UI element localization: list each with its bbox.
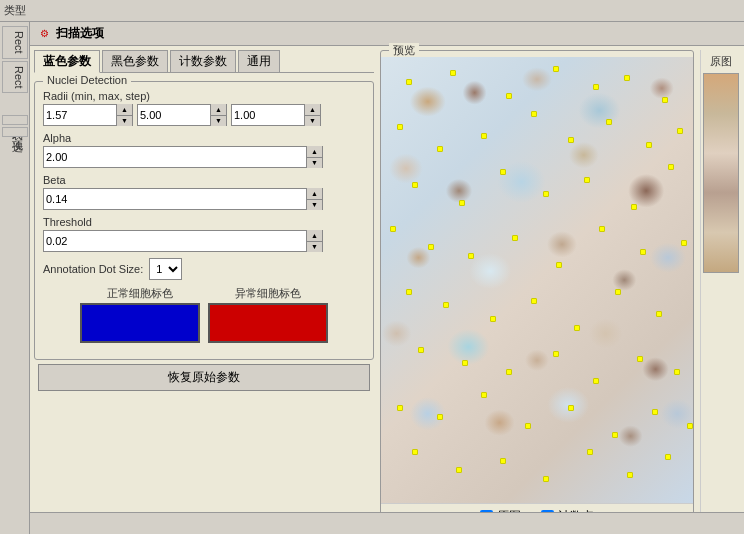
beta-spinbox[interactable]: ▲ ▼: [43, 188, 323, 210]
normal-color-button[interactable]: [80, 303, 200, 343]
count-dot: [481, 392, 487, 398]
count-dot: [490, 316, 496, 322]
count-dot: [656, 311, 662, 317]
count-dot: [587, 449, 593, 455]
threshold-input[interactable]: [44, 235, 306, 247]
annotation-select[interactable]: 1 2 3 4: [149, 258, 182, 280]
sidebar-item-list[interactable]: 列表: [2, 115, 28, 125]
dialog-title: 扫描选项: [56, 25, 104, 42]
count-dot: [646, 142, 652, 148]
alpha-row: Alpha ▲ ▼: [43, 132, 365, 168]
count-dot: [681, 240, 687, 246]
count-dot: [531, 111, 537, 117]
sidebar-item-rect-2[interactable]: Rect: [2, 61, 28, 94]
normal-color-label: 正常细胞标色: [107, 286, 173, 301]
alpha-spinbox[interactable]: ▲ ▼: [43, 146, 323, 168]
abnormal-color-group: 异常细胞标色: [208, 286, 328, 343]
radii-max-buttons: ▲ ▼: [210, 104, 226, 126]
radii-step-buttons: ▲ ▼: [304, 104, 320, 126]
count-dot: [418, 347, 424, 353]
count-dot: [397, 405, 403, 411]
histology-background: [381, 57, 693, 503]
alpha-label: Alpha: [43, 132, 365, 144]
count-dot: [612, 432, 618, 438]
radii-max-input[interactable]: [138, 109, 210, 121]
count-dot: [468, 253, 474, 259]
beta-down[interactable]: ▼: [307, 200, 322, 211]
dialog-content: 蓝色参数 黑色参数 计数参数 通用 Nuclei Detection Radii…: [30, 46, 744, 534]
group-title: Nuclei Detection: [43, 74, 131, 86]
threshold-down[interactable]: ▼: [307, 242, 322, 253]
tab-blue[interactable]: 蓝色参数: [34, 50, 100, 73]
beta-up[interactable]: ▲: [307, 188, 322, 200]
reset-button[interactable]: 恢复原始参数: [38, 364, 370, 391]
count-dot: [506, 93, 512, 99]
beta-input[interactable]: [44, 193, 306, 205]
count-dot: [553, 351, 559, 357]
count-dot: [553, 66, 559, 72]
count-dot: [443, 302, 449, 308]
radii-min-input[interactable]: [44, 109, 116, 121]
count-dot: [543, 191, 549, 197]
color-buttons-row: 正常细胞标色 异常细胞标色: [43, 286, 365, 343]
abnormal-color-label: 异常细胞标色: [235, 286, 301, 301]
threshold-spinbox[interactable]: ▲ ▼: [43, 230, 323, 252]
radii-min-spinbox[interactable]: ▲ ▼: [43, 104, 133, 126]
left-panel: 蓝色参数 黑色参数 计数参数 通用 Nuclei Detection Radii…: [34, 50, 374, 530]
radii-max-up[interactable]: ▲: [211, 104, 226, 116]
beta-row: Beta ▲ ▼: [43, 174, 365, 210]
count-dot: [543, 476, 549, 482]
annotation-row: Annotation Dot Size: 1 2 3 4: [43, 258, 365, 280]
radii-step-input[interactable]: [232, 109, 304, 121]
status-bar: [30, 512, 744, 534]
count-dot: [568, 405, 574, 411]
dialog-icon: ⚙: [36, 26, 52, 42]
count-dot: [606, 119, 612, 125]
radii-min-buttons: ▲ ▼: [116, 104, 132, 126]
dialog-title-bar: ⚙ 扫描选项: [30, 22, 744, 46]
count-dot: [640, 249, 646, 255]
tab-general[interactable]: 通用: [238, 50, 280, 72]
radii-max-down[interactable]: ▼: [211, 116, 226, 127]
count-dot: [437, 414, 443, 420]
nuclei-detection-group: Nuclei Detection Radii (min, max, step) …: [34, 81, 374, 360]
beta-label: Beta: [43, 174, 365, 186]
radii-min-down[interactable]: ▼: [117, 116, 132, 127]
radii-step-up[interactable]: ▲: [305, 104, 320, 116]
count-dot: [412, 182, 418, 188]
far-right-panel: 原图: [700, 50, 740, 530]
radii-max-spinbox[interactable]: ▲ ▼: [137, 104, 227, 126]
radii-step-down[interactable]: ▼: [305, 116, 320, 127]
top-bar: 类型: [0, 0, 744, 22]
radii-step-spinbox[interactable]: ▲ ▼: [231, 104, 321, 126]
count-dot: [506, 369, 512, 375]
alpha-input[interactable]: [44, 151, 306, 163]
radii-min-up[interactable]: ▲: [117, 104, 132, 116]
threshold-label: Threshold: [43, 216, 365, 228]
count-dot: [406, 289, 412, 295]
normal-color-group: 正常细胞标色: [80, 286, 200, 343]
sidebar-item-options[interactable]: 选项: [2, 127, 28, 137]
alpha-up[interactable]: ▲: [307, 146, 322, 158]
alpha-down[interactable]: ▼: [307, 158, 322, 169]
count-dot: [412, 449, 418, 455]
abnormal-color-button[interactable]: [208, 303, 328, 343]
count-dot: [662, 97, 668, 103]
threshold-row: Threshold ▲ ▼: [43, 216, 365, 252]
original-image-label: 原图: [710, 54, 732, 69]
count-dot: [406, 79, 412, 85]
count-dot: [627, 472, 633, 478]
count-dot: [584, 177, 590, 183]
tab-count[interactable]: 计数参数: [170, 50, 236, 72]
count-dot: [593, 84, 599, 90]
count-dot: [568, 137, 574, 143]
count-dot: [687, 423, 693, 429]
tab-black[interactable]: 黑色参数: [102, 50, 168, 72]
main-layout: Rect Rect 列表 选项 ⚙ 扫描选项 蓝色参数 黑色参数 计数参数 通用: [0, 22, 744, 534]
count-dot: [390, 226, 396, 232]
radii-inputs: ▲ ▼ ▲ ▼: [43, 104, 365, 126]
threshold-buttons: ▲ ▼: [306, 230, 322, 252]
count-dot: [456, 467, 462, 473]
sidebar-item-rect-1[interactable]: Rect: [2, 26, 28, 59]
threshold-up[interactable]: ▲: [307, 230, 322, 242]
